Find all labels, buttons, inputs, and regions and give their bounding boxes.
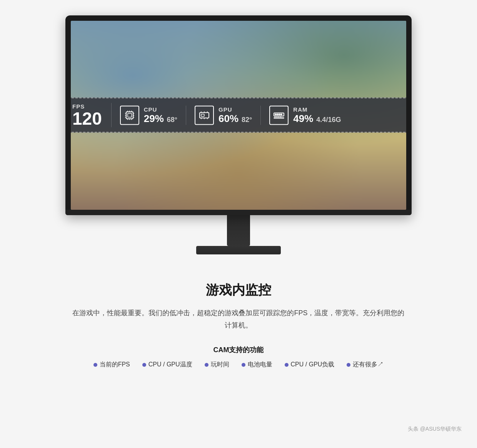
svg-rect-0 bbox=[126, 112, 133, 119]
feature-item-time: 玩时间 bbox=[198, 361, 235, 369]
feature-dot bbox=[347, 363, 350, 367]
feature-item-more: 还有很多↗ bbox=[340, 361, 390, 369]
hud-fps: FPS 120 bbox=[72, 103, 112, 127]
gpu-icon-box bbox=[195, 105, 214, 125]
svg-rect-24 bbox=[277, 114, 278, 115]
section-description: 在游戏中，性能最重要。我们的低冲击，超稳定的游戏叠加层可跟踪您的FPS，温度，带… bbox=[69, 307, 408, 332]
ram-icon-box bbox=[269, 105, 289, 125]
cpu-icon bbox=[123, 109, 136, 122]
watermark: 头条 @ASUS华硕华东 bbox=[408, 426, 462, 433]
monitor-base bbox=[196, 246, 281, 254]
hud-overlay: FPS 120 bbox=[71, 98, 406, 133]
feature-item-load: CPU / GPU负载 bbox=[279, 361, 341, 369]
feature-item-temp: CPU / GPU温度 bbox=[136, 361, 198, 369]
cpu-label: CPU bbox=[144, 106, 177, 112]
feature-item-fps: 当前的FPS bbox=[87, 361, 136, 369]
section-title: 游戏内监控 bbox=[69, 281, 408, 299]
gpu-info: GPU 60% 82° bbox=[218, 106, 252, 124]
ram-info: RAM 49% 4.4/16G bbox=[293, 106, 341, 124]
ram-extra: 4.4/16G bbox=[316, 115, 341, 124]
cpu-values: 29% 68° bbox=[144, 112, 177, 124]
feature-dot bbox=[242, 363, 245, 367]
features-title: CAM支持的功能 bbox=[69, 345, 408, 354]
feature-item-battery: 电池电量 bbox=[235, 361, 279, 369]
monitor-neck bbox=[227, 215, 250, 246]
svg-rect-25 bbox=[279, 114, 280, 115]
cpu-percentage: 29% bbox=[144, 112, 164, 124]
svg-rect-26 bbox=[281, 114, 282, 115]
gpu-temp: 82° bbox=[242, 115, 252, 124]
feature-dot bbox=[205, 363, 208, 367]
feature-dot bbox=[93, 363, 97, 367]
svg-rect-15 bbox=[201, 114, 204, 116]
content-section: 游戏内监控 在游戏中，性能最重要。我们的低冲击，超稳定的游戏叠加层可跟踪您的FP… bbox=[46, 262, 431, 384]
gpu-percentage: 60% bbox=[218, 112, 239, 124]
features-list: 当前的FPS CPU / GPU温度 玩时间 电池电量 CPU / GPU负载 … bbox=[69, 361, 408, 369]
monitor-bottom-bar bbox=[65, 210, 412, 215]
gpu-icon bbox=[198, 109, 211, 122]
hud-cpu-metric: CPU 29% 68° bbox=[112, 105, 186, 125]
feature-label-fps: 当前的FPS bbox=[100, 361, 130, 369]
feature-label-temp: CPU / GPU温度 bbox=[148, 361, 192, 369]
cpu-icon-box bbox=[120, 105, 139, 125]
svg-rect-1 bbox=[128, 113, 132, 117]
ram-icon bbox=[272, 109, 285, 122]
cpu-info: CPU 29% 68° bbox=[144, 106, 177, 124]
monitor-section: FPS 120 bbox=[0, 0, 477, 262]
svg-rect-23 bbox=[275, 114, 276, 115]
gpu-values: 60% 82° bbox=[218, 112, 252, 124]
monitor-wrapper: FPS 120 bbox=[65, 15, 412, 254]
hud-ram-metric: RAM 49% 4.4/16G bbox=[261, 105, 349, 125]
feature-label-load: CPU / GPU负载 bbox=[291, 361, 335, 369]
fps-value: 120 bbox=[72, 110, 102, 127]
hud-gpu-metric: GPU 60% 82° bbox=[186, 105, 261, 125]
ram-values: 49% 4.4/16G bbox=[293, 112, 341, 124]
monitor-frame: FPS 120 bbox=[65, 15, 412, 215]
feature-label-time: 玩时间 bbox=[211, 361, 229, 369]
feature-dot bbox=[285, 363, 289, 367]
feature-label-battery: 电池电量 bbox=[248, 361, 272, 369]
cpu-temp: 68° bbox=[167, 115, 177, 124]
gpu-label: GPU bbox=[218, 106, 252, 112]
feature-dot bbox=[142, 363, 146, 367]
monitor-screen: FPS 120 bbox=[71, 21, 406, 210]
ram-label: RAM bbox=[293, 106, 341, 112]
svg-rect-31 bbox=[274, 117, 284, 118]
ram-percentage: 49% bbox=[293, 112, 313, 124]
feature-label-more: 还有很多↗ bbox=[353, 361, 384, 369]
